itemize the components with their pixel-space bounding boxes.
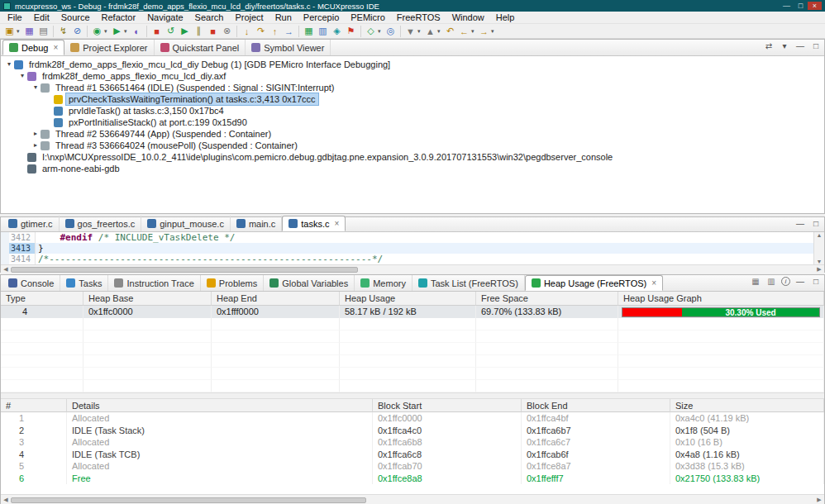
tab-gtimer-c[interactable]: gtimer.c <box>2 216 60 231</box>
run-dropdown-icon[interactable]: ▾ <box>124 28 130 35</box>
scroll-right-icon[interactable]: ▶ <box>814 497 824 503</box>
tree-item-axf[interactable]: ▾ frdmk28f_demo_apps_flexio_mcu_lcd_diy.… <box>1 70 824 82</box>
fault-icon[interactable]: ⚑ <box>344 25 358 38</box>
scrollbar-thumb[interactable] <box>11 267 358 273</box>
scroll-down-icon[interactable]: ▼ <box>817 259 823 264</box>
external-tools-dropdown-icon[interactable]: ▾ <box>378 28 384 35</box>
terminate-icon[interactable]: ■ <box>150 25 164 38</box>
tree-item-thread-2[interactable]: ▸ Thread #2 536649744 (App) (Suspended :… <box>1 128 824 140</box>
tab-tasks[interactable]: Tasks <box>60 275 108 291</box>
menu-file[interactable]: File <box>2 12 28 24</box>
expander-icon[interactable]: ▾ <box>31 82 41 93</box>
menu-run[interactable]: Run <box>269 12 298 24</box>
expander-icon[interactable]: ▸ <box>31 128 41 140</box>
column-header-block-start[interactable]: Block Start <box>373 399 522 412</box>
editor-horizontal-scrollbar[interactable]: ◀ ▶ <box>1 264 824 273</box>
link-with-editor-icon[interactable]: ⇄ <box>763 41 775 50</box>
debug-icon[interactable]: ◉ <box>90 25 104 38</box>
step-return-icon[interactable]: ↑ <box>268 25 282 38</box>
previous-annotation-dropdown-icon[interactable]: ▾ <box>437 28 443 35</box>
tree-item-thread-1[interactable]: ▾ Thread #1 536651464 (IDLE) (Suspended … <box>1 82 824 93</box>
forward-dropdown-icon[interactable]: ▾ <box>491 28 497 35</box>
scroll-right-icon[interactable]: ▶ <box>814 266 824 273</box>
registers-icon[interactable]: ▥ <box>316 25 330 38</box>
tab-debug[interactable]: Debug × <box>2 40 64 55</box>
tab-task-list-freertos[interactable]: Task List (FreeRTOS) <box>412 275 525 291</box>
close-icon[interactable]: × <box>651 278 656 288</box>
layout-horizontal-icon[interactable]: ▦ <box>750 277 761 286</box>
peripherals-icon[interactable]: ◈ <box>330 25 344 38</box>
menu-project[interactable]: Project <box>229 12 269 24</box>
window-minimize-button[interactable]: — <box>780 2 794 10</box>
tab-gos-freertos-c[interactable]: gos_freertos.c <box>60 216 142 231</box>
tab-instruction-trace[interactable]: Instruction Trace <box>108 275 200 291</box>
editor-vertical-scrollbar[interactable]: ▲ ▼ <box>813 232 824 264</box>
tab-tasks-c[interactable]: tasks.c × <box>282 216 346 231</box>
memory-icon[interactable]: ▦ <box>302 25 316 38</box>
heap-table-row[interactable]: 4 0x1ffc0000 0x1fff0000 58.17 kB / 192 k… <box>1 306 824 318</box>
menu-pemicro[interactable]: PEMicro <box>345 12 391 24</box>
expander-icon[interactable]: ▾ <box>4 59 14 70</box>
tab-global-variables[interactable]: Global Variables <box>264 275 355 291</box>
column-header-heap-end[interactable]: Heap End <box>212 292 340 306</box>
menu-percepio[interactable]: Percepio <box>298 12 345 24</box>
back-icon[interactable]: ← <box>457 25 471 38</box>
tab-memory[interactable]: Memory <box>355 275 412 291</box>
next-annotation-dropdown-icon[interactable]: ▾ <box>417 28 423 35</box>
menu-edit[interactable]: Edit <box>28 12 55 24</box>
block-table-row[interactable]: 5 Allocated 0x1ffcab70 0x1ffce8a7 0x3d38… <box>1 460 824 473</box>
column-header-heap-base[interactable]: Heap Base <box>83 292 212 306</box>
tree-item-launch-config[interactable]: ▾ frdmk28f_demo_apps_flexio_mcu_lcd_diy … <box>1 59 824 70</box>
tree-item-stack-frame-1[interactable]: prvCheckTasksWaitingTermination() at tas… <box>1 93 824 105</box>
last-edit-location-icon[interactable]: ↶ <box>443 25 457 38</box>
heap-table-scroll-strip[interactable] <box>1 392 824 399</box>
close-icon[interactable]: × <box>53 43 58 52</box>
window-maximize-button[interactable]: □ <box>794 2 808 10</box>
code-editor[interactable]: 3412 #endif /* INCLUDE_vTaskDelete */ 34… <box>1 232 824 264</box>
step-into-icon[interactable]: ↓ <box>240 25 254 38</box>
scroll-left-icon[interactable]: ◀ <box>1 497 11 503</box>
menu-freertos[interactable]: FreeRTOS <box>391 12 446 24</box>
tree-item-stack-frame-2[interactable]: prvIdleTask() at tasks.c:3,150 0x17bc4 <box>1 105 824 116</box>
maximize-view-icon[interactable]: □ <box>810 41 822 50</box>
tab-project-explorer[interactable]: Project Explorer <box>64 40 154 55</box>
skip-breakpoints-icon[interactable]: ⊘ <box>70 25 84 38</box>
tab-symbol-viewer[interactable]: Symbol Viewer <box>246 40 331 55</box>
column-header-free-space[interactable]: Free Space <box>476 292 618 306</box>
expander-icon[interactable]: ▾ <box>17 70 27 82</box>
tree-item-gdb[interactable]: arm-none-eabi-gdb <box>1 163 824 174</box>
run-icon[interactable]: ▶ <box>110 25 124 38</box>
menu-refactor[interactable]: Refactor <box>96 12 142 24</box>
tab-heap-usage-freertos[interactable]: Heap Usage (FreeRTOS) × <box>525 275 663 291</box>
tab-console[interactable]: Console <box>2 275 60 291</box>
print-icon[interactable]: ▤ <box>36 25 50 38</box>
block-table-row[interactable]: 2 IDLE (Task Stack) 0x1ffca4c0 0x1ffca6b… <box>1 425 824 437</box>
minimize-view-icon[interactable]: — <box>794 219 806 228</box>
menu-help[interactable]: Help <box>490 12 521 24</box>
restart-icon[interactable]: ↺ <box>164 25 178 38</box>
tab-problems[interactable]: Problems <box>201 275 264 291</box>
block-table-row[interactable]: 3 Allocated 0x1ffca6b8 0x1ffca6c7 0x10 (… <box>1 436 824 449</box>
maximize-view-icon[interactable]: □ <box>810 277 822 286</box>
resume-icon[interactable]: ▶ <box>178 25 192 38</box>
new-wizard-icon[interactable]: ▣ <box>2 25 17 38</box>
view-menu-icon[interactable]: ▾ <box>779 41 790 50</box>
scroll-left-icon[interactable]: ◀ <box>1 266 11 273</box>
external-tools-icon[interactable]: ◇ <box>364 25 378 38</box>
column-header-block-end[interactable]: Block End <box>522 399 670 412</box>
column-header-type[interactable]: Type <box>1 292 83 306</box>
menu-navigate[interactable]: Navigate <box>141 12 188 24</box>
back-dropdown-icon[interactable]: ▾ <box>471 28 477 35</box>
tab-main-c[interactable]: main.c <box>231 216 282 231</box>
tree-item-gdbserver-console[interactable]: I:\nxp\MCUXpressoIDE_10.0.2_411\ide\plug… <box>1 151 824 163</box>
previous-annotation-icon[interactable]: ▲ <box>423 25 437 38</box>
block-table-row[interactable]: 6 Free 0x1ffce8a8 0x1ffefff7 0x21750 (13… <box>1 473 824 485</box>
block-table-row[interactable]: 1 Allocated 0x1ffc0000 0x1ffca4bf 0xa4c0… <box>1 412 824 425</box>
bottom-horizontal-scrollbar[interactable]: ◀ ▶ <box>1 494 824 504</box>
forward-icon[interactable]: → <box>477 25 491 38</box>
tree-item-thread-3[interactable]: ▸ Thread #3 536664024 (mousePoll) (Suspe… <box>1 140 824 151</box>
build-icon[interactable]: ↯ <box>56 25 70 38</box>
debug-dropdown-icon[interactable]: ▾ <box>104 28 110 35</box>
minimize-view-icon[interactable]: — <box>794 277 806 286</box>
next-annotation-icon[interactable]: ▼ <box>403 25 417 38</box>
